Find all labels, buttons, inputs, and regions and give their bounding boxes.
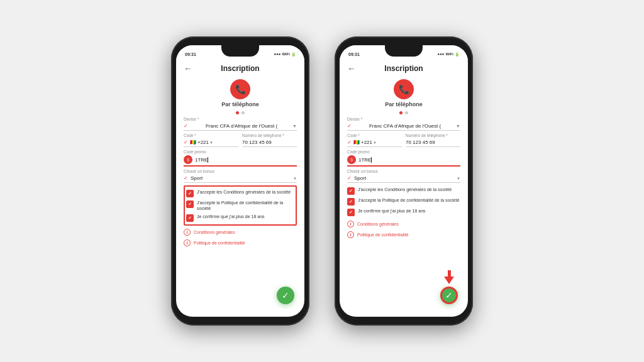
cb-box-1-right[interactable] bbox=[347, 187, 355, 195]
cb-label-2-left: J'accepte la Politique de confidentialit… bbox=[197, 200, 294, 211]
phone-left: 09:31 ●●● WiFi 🔋 ← Inscription 📞 Par tél… bbox=[171, 36, 309, 326]
phone-number-label-right: Numéro de téléphone * bbox=[406, 133, 460, 138]
top-nav-right: ← Inscription bbox=[340, 60, 468, 77]
flag-icon-left: 🇬🇳 bbox=[190, 140, 196, 145]
devise-chevron-right: ▼ bbox=[456, 124, 460, 128]
checkboxes-right: J'accepte les Conditions générales de la… bbox=[347, 185, 460, 217]
dots-left bbox=[176, 111, 304, 114]
phone-number-field-right: Numéro de téléphone * 70 123 45 69 bbox=[406, 133, 460, 147]
devise-field-right: Devise * ✓ Franc CFA d'Afrique de l'Oues… bbox=[347, 117, 460, 131]
checkbox-2-right[interactable]: J'accepte la Politique de confidentialit… bbox=[347, 196, 460, 207]
phone-number-input-left[interactable]: 70 123 45 69 bbox=[242, 138, 297, 147]
promo-input-row-right[interactable]: 3 1TRE bbox=[347, 154, 460, 167]
code-field-right: Code * ✓ 🇬🇳 +221 ▼ bbox=[347, 133, 402, 147]
bonus-label-left: Choisir un bonus bbox=[184, 169, 297, 173]
checkbox-1-right[interactable]: J'accepte les Conditions générales de la… bbox=[347, 185, 460, 196]
notch-left bbox=[221, 45, 259, 57]
status-time-left: 09:31 bbox=[185, 52, 196, 57]
dots-right bbox=[340, 111, 468, 114]
checkboxes-highlight-left: J'accepte les Conditions générales de la… bbox=[184, 185, 297, 226]
link-privacy-text-right: Politique de confidentialité bbox=[357, 233, 408, 237]
bonus-field-left: Choisir un bonus ✓ Sport ▼ bbox=[184, 169, 297, 183]
code-value-left: +221 bbox=[197, 140, 209, 145]
promo-input-row-left[interactable]: 3 1TRE bbox=[184, 154, 297, 167]
phone-number-label-left: Numéro de téléphone * bbox=[242, 133, 297, 138]
battery-icon-right: 🔋 bbox=[455, 52, 459, 57]
devise-label-left: Devise * bbox=[184, 117, 297, 121]
cb-box-1-left[interactable] bbox=[186, 190, 194, 197]
checkbox-3-left[interactable]: Je confirme que j'ai plus de 18 ans bbox=[186, 212, 294, 223]
back-button-right[interactable]: ← bbox=[347, 63, 356, 74]
dot-2-left bbox=[242, 111, 245, 114]
info-icon-conditions-left: i bbox=[184, 229, 191, 236]
arrow-head-right bbox=[444, 277, 454, 284]
promo-value-right: 1TRE bbox=[358, 157, 372, 163]
cb-label-2-right: J'accepte la Politique de confidentialit… bbox=[358, 197, 459, 203]
submit-button-right[interactable]: ✓ bbox=[440, 287, 458, 304]
code-select-left[interactable]: ✓ 🇬🇳 +221 ▼ bbox=[184, 138, 238, 147]
phone-number-input-right[interactable]: 70 123 45 69 bbox=[406, 138, 460, 147]
arrow-indicator-right bbox=[444, 270, 454, 284]
devise-select-left[interactable]: ✓ Franc CFA d'Afrique de l'Ouest ( ▼ bbox=[184, 122, 297, 131]
code-label-left: Code * bbox=[184, 133, 238, 138]
devise-value-right: Franc CFA d'Afrique de l'Ouest ( bbox=[369, 123, 441, 129]
code-check-right: ✓ bbox=[347, 140, 352, 145]
bonus-value-left: Sport bbox=[191, 175, 293, 181]
submit-button-left[interactable]: ✓ bbox=[277, 287, 294, 304]
promo-number-right: 3 bbox=[347, 155, 356, 164]
phone-number-value-right: 70 123 45 69 bbox=[406, 140, 435, 145]
bonus-select-right[interactable]: ✓ Sport ▼ bbox=[347, 174, 460, 183]
link-conditions-left[interactable]: i Conditions générales bbox=[184, 228, 297, 236]
bonus-check-left: ✓ bbox=[184, 175, 188, 181]
code-select-right[interactable]: ✓ 🇬🇳 +221 ▼ bbox=[347, 138, 402, 147]
promo-group-right: Code promo 3 1TRE bbox=[347, 150, 460, 167]
phone-circle-icon-left: 📞 bbox=[230, 79, 250, 99]
phone-section-label-left: Par téléphone bbox=[221, 101, 259, 107]
info-icon-privacy-right: i bbox=[347, 231, 354, 238]
nav-title-right: Inscription bbox=[384, 64, 423, 73]
cb-label-3-left: Je confirme que j'ai plus de 18 ans bbox=[197, 214, 265, 219]
top-nav-left: ← Inscription bbox=[176, 60, 304, 77]
dot-1-right bbox=[399, 111, 402, 114]
devise-check-left: ✓ bbox=[184, 123, 188, 129]
checkbox-2-left[interactable]: J'accepte la Politique de confidentialit… bbox=[186, 199, 294, 212]
wifi-icon-right: WiFi bbox=[445, 52, 453, 56]
link-privacy-text-left: Politique de confidentialité bbox=[194, 241, 245, 245]
dot-1-left bbox=[236, 111, 239, 114]
flag-icon-right: 🇬🇳 bbox=[353, 140, 360, 145]
code-phone-row-left: Code * ✓ 🇬🇳 +221 ▼ Numéro de téléphone *… bbox=[184, 133, 297, 147]
checkbox-3-right[interactable]: Je confirme que j'ai plus de 18 ans bbox=[347, 207, 460, 217]
bonus-check-right: ✓ bbox=[347, 175, 352, 181]
signal-icon-left: ●●● bbox=[274, 52, 281, 56]
bonus-select-left[interactable]: ✓ Sport ▼ bbox=[184, 174, 297, 183]
cb-box-2-left[interactable] bbox=[186, 200, 194, 208]
phone-section-label-right: Par téléphone bbox=[385, 101, 423, 107]
cb-box-3-left[interactable] bbox=[186, 214, 194, 222]
checkbox-1-left[interactable]: J'accepte les Conditions générales de la… bbox=[186, 188, 294, 199]
bonus-field-right: Choisir un bonus ✓ Sport ▼ bbox=[347, 169, 460, 183]
cb-label-3-right: Je confirme que j'ai plus de 18 ans bbox=[358, 208, 426, 214]
cb-label-1-right: J'accepte les Conditions générales de la… bbox=[358, 187, 452, 192]
link-privacy-right[interactable]: i Politique de confidentialité bbox=[347, 231, 460, 239]
dot-2-right bbox=[405, 111, 408, 114]
notch-right bbox=[385, 45, 423, 57]
promo-label-left: Code promo bbox=[184, 150, 297, 154]
phone-circle-icon-right: 📞 bbox=[394, 79, 414, 99]
promo-value-left: 1TRE bbox=[195, 157, 208, 163]
link-privacy-left[interactable]: i Politique de confidentialité bbox=[184, 239, 297, 247]
link-conditions-right[interactable]: i Conditions générales bbox=[347, 220, 460, 228]
code-chevron-left: ▼ bbox=[209, 141, 213, 145]
bonus-chevron-left: ▼ bbox=[293, 177, 297, 180]
status-time-right: 09:31 bbox=[348, 52, 360, 57]
cb-box-2-right[interactable] bbox=[347, 198, 355, 206]
wifi-icon-left: WiFi bbox=[282, 52, 290, 56]
devise-select-right[interactable]: ✓ Franc CFA d'Afrique de l'Ouest ( ▼ bbox=[347, 122, 460, 131]
back-button-left[interactable]: ← bbox=[184, 63, 192, 74]
code-chevron-right: ▼ bbox=[373, 141, 377, 145]
phone-right: 09:31 ●●● WiFi 🔋 ← Inscription 📞 Par tél… bbox=[335, 36, 473, 326]
link-conditions-text-left: Conditions générales bbox=[194, 230, 235, 234]
promo-group-left: Code promo 3 1TRE bbox=[184, 150, 297, 167]
devise-label-right: Devise * bbox=[347, 117, 460, 121]
cb-box-3-right[interactable] bbox=[347, 209, 355, 216]
signal-icon-right: ●●● bbox=[438, 52, 445, 56]
